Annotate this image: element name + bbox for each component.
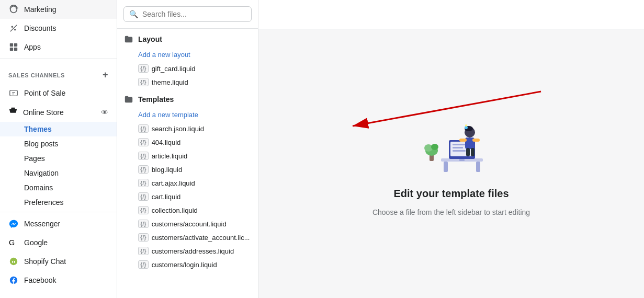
- layout-section-header: Layout: [117, 29, 258, 48]
- file-item-customers-login[interactable]: {/} customers/login.liquid: [117, 258, 258, 271]
- templates-section-header: Templates: [117, 89, 258, 108]
- file-name: article.liquid: [152, 152, 188, 160]
- sidebar-item-discounts[interactable]: Discounts: [0, 19, 117, 38]
- sidebar-item-shopify-chat[interactable]: Shopify Chat: [0, 252, 117, 271]
- editor-subtitle: Choose a file from the left sidebar to s…: [372, 208, 530, 216]
- liquid-icon: {/}: [138, 179, 149, 187]
- search-input[interactable]: [142, 10, 246, 18]
- sidebar-item-preferences[interactable]: Preferences: [0, 195, 117, 210]
- svg-point-29: [431, 144, 438, 150]
- file-name: customers/login.liquid: [152, 261, 217, 269]
- sidebar-item-google[interactable]: G Google: [0, 233, 117, 252]
- google-icon: G: [8, 237, 19, 248]
- sidebar-item-domains[interactable]: Domains: [0, 180, 117, 195]
- file-item-cart-ajax[interactable]: {/} cart.ajax.liquid: [117, 176, 258, 190]
- file-item-theme[interactable]: {/} theme.liquid: [117, 75, 258, 89]
- sidebar-item-blog-posts[interactable]: Blog posts: [0, 136, 117, 151]
- svg-rect-2: [10, 43, 13, 47]
- file-panel: 🔍 Layout Add a new layout {/} gift_card.…: [117, 0, 258, 298]
- svg-rect-4: [10, 48, 13, 51]
- file-name: cart.liquid: [152, 193, 181, 201]
- sidebar: Marketing Discounts Apps SALES CHANNELS …: [0, 0, 117, 298]
- add-sales-channel-icon[interactable]: +: [103, 70, 108, 81]
- sidebar-item-marketing[interactable]: Marketing: [0, 0, 117, 19]
- sidebar-item-pos-label: Point of Sale: [24, 89, 65, 97]
- file-item-cart[interactable]: {/} cart.liquid: [117, 190, 258, 203]
- sidebar-item-messenger[interactable]: Messenger: [0, 214, 117, 233]
- liquid-icon: {/}: [138, 260, 149, 269]
- add-template-link[interactable]: Add a new template: [117, 108, 258, 122]
- editor-area: Edit your template files Choose a file f…: [258, 29, 644, 298]
- file-item-customers-account[interactable]: {/} customers/account.liquid: [117, 217, 258, 231]
- svg-rect-24: [466, 148, 470, 156]
- sidebar-item-pages[interactable]: Pages: [0, 151, 117, 166]
- sidebar-item-marketing-label: Marketing: [24, 5, 56, 14]
- svg-rect-3: [14, 43, 17, 47]
- file-item-collection[interactable]: {/} collection.liquid: [117, 203, 258, 217]
- file-name: customers/addresses.liquid: [152, 247, 234, 255]
- svg-text:G: G: [9, 238, 15, 247]
- svg-point-1: [14, 29, 16, 31]
- file-name: gift_card.liquid: [152, 65, 196, 73]
- sidebar-item-discounts-label: Discounts: [24, 24, 56, 32]
- liquid-icon: {/}: [138, 64, 149, 73]
- liquid-icon: {/}: [138, 138, 149, 146]
- file-item-search-json[interactable]: {/} search.json.liquid: [117, 122, 258, 135]
- liquid-icon: {/}: [138, 206, 149, 214]
- discounts-icon: [8, 23, 19, 33]
- liquid-icon: {/}: [138, 220, 149, 228]
- search-container: 🔍: [117, 0, 258, 29]
- liquid-icon: {/}: [138, 78, 149, 86]
- svg-rect-23: [472, 139, 480, 142]
- sidebar-item-apps[interactable]: Apps: [0, 38, 117, 56]
- svg-rect-16: [459, 159, 465, 161]
- liquid-icon: {/}: [138, 233, 149, 242]
- sidebar-item-facebook[interactable]: Facebook: [0, 271, 117, 290]
- messenger-icon: [8, 219, 19, 229]
- file-item-customers-addresses[interactable]: {/} customers/addresses.liquid: [117, 244, 258, 258]
- svg-point-0: [12, 26, 14, 28]
- layout-section-label: Layout: [138, 35, 162, 43]
- marketing-icon: [8, 4, 19, 15]
- pos-icon: [8, 88, 19, 98]
- file-item-article[interactable]: {/} article.liquid: [117, 149, 258, 163]
- svg-point-20: [465, 124, 467, 127]
- main-content: Edit your template files Choose a file f…: [258, 0, 644, 298]
- shopify-chat-icon: [8, 256, 19, 267]
- search-icon: 🔍: [129, 10, 138, 18]
- svg-rect-10: [476, 162, 480, 172]
- file-name: theme.liquid: [152, 78, 188, 86]
- file-item-gift-card[interactable]: {/} gift_card.liquid: [117, 62, 258, 75]
- sidebar-item-online-store-label: Online Store: [23, 108, 64, 117]
- file-name: collection.liquid: [152, 207, 198, 214]
- liquid-icon: {/}: [138, 192, 149, 201]
- liquid-icon: {/}: [138, 152, 149, 160]
- editor-title: Edit your template files: [393, 188, 509, 200]
- file-item-customers-activate[interactable]: {/} customers/activate_account.lic...: [117, 231, 258, 244]
- liquid-icon: {/}: [138, 165, 149, 174]
- sidebar-item-themes[interactable]: Themes: [0, 122, 117, 136]
- svg-rect-22: [459, 139, 467, 142]
- svg-rect-5: [14, 48, 17, 51]
- sales-channels-section: SALES CHANNELS +: [0, 61, 117, 84]
- templates-section-label: Templates: [138, 95, 174, 104]
- svg-rect-25: [471, 148, 474, 156]
- file-name: 404.liquid: [152, 139, 181, 146]
- apps-icon: [8, 42, 19, 52]
- svg-rect-15: [453, 150, 466, 152]
- sidebar-item-pos[interactable]: Point of Sale: [0, 84, 117, 102]
- top-bar: [258, 0, 644, 29]
- svg-rect-14: [453, 147, 463, 148]
- templates-folder-icon: [123, 94, 134, 105]
- search-box[interactable]: 🔍: [123, 6, 252, 22]
- liquid-icon: {/}: [138, 124, 149, 133]
- eye-icon[interactable]: 👁: [101, 108, 108, 117]
- add-layout-link[interactable]: Add a new layout: [117, 48, 258, 62]
- file-item-blog[interactable]: {/} blog.liquid: [117, 163, 258, 176]
- sidebar-item-navigation[interactable]: Navigation: [0, 166, 117, 180]
- layout-folder-icon: [123, 34, 134, 44]
- file-item-404[interactable]: {/} 404.liquid: [117, 135, 258, 149]
- file-name: blog.liquid: [152, 166, 183, 174]
- sidebar-item-online-store[interactable]: Online Store 👁: [0, 102, 117, 122]
- file-name: customers/activate_account.lic...: [152, 234, 250, 242]
